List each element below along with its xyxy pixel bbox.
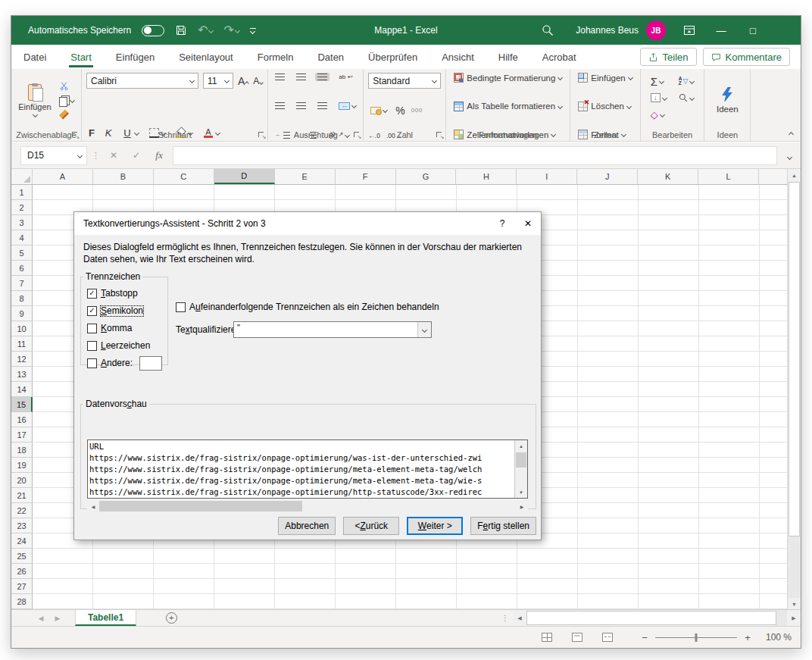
- ideas-button[interactable]: Ideen: [709, 73, 745, 127]
- row-header[interactable]: 8: [11, 291, 33, 306]
- add-sheet-button[interactable]: +: [158, 610, 185, 626]
- comments-button[interactable]: Kommentare: [703, 48, 790, 66]
- scroll-up-icon[interactable]: ▲: [515, 440, 527, 452]
- data-preview-box[interactable]: URL https://www.sistrix.de/frag-sistrix/…: [87, 439, 528, 499]
- dialog-launcher-icon[interactable]: [72, 132, 79, 139]
- dialog-launcher-icon[interactable]: [436, 132, 443, 139]
- horizontal-scrollbar-thumb[interactable]: [526, 611, 776, 625]
- column-header[interactable]: J: [577, 169, 638, 184]
- scroll-down-icon[interactable]: ▼: [515, 486, 527, 498]
- align-right-button[interactable]: [315, 102, 329, 110]
- next-button[interactable]: Weiter >: [407, 517, 463, 535]
- redo-button[interactable]: ↷: [223, 24, 239, 36]
- row-header[interactable]: 16: [11, 412, 33, 427]
- column-header-selected[interactable]: D: [214, 169, 275, 184]
- autosum-button[interactable]: Σ: [648, 75, 669, 88]
- search-button[interactable]: [532, 16, 564, 45]
- tab-daten[interactable]: Daten: [305, 45, 356, 69]
- zoom-level[interactable]: 100 %: [766, 632, 792, 643]
- column-header[interactable]: H: [456, 169, 517, 184]
- checkbox-komma[interactable]: ✓ Komma: [87, 321, 167, 335]
- row-header[interactable]: 4: [11, 230, 33, 246]
- column-header[interactable]: F: [336, 169, 396, 184]
- number-format-combo[interactable]: Standard: [368, 73, 441, 89]
- sheet-nav-left-icon[interactable]: ◀: [33, 610, 49, 626]
- row-header[interactable]: 21: [11, 488, 33, 503]
- horizontal-scrollbar[interactable]: ⋮ ◀ ▶: [498, 610, 801, 626]
- row-header[interactable]: 1: [11, 185, 33, 200]
- row-header[interactable]: 27: [11, 579, 33, 594]
- tab-ansicht[interactable]: Ansicht: [429, 45, 486, 69]
- dialog-launcher-icon[interactable]: [258, 132, 265, 139]
- merge-center-button[interactable]: ↔: [336, 102, 358, 111]
- row-header[interactable]: 3: [11, 215, 33, 230]
- align-top-button[interactable]: [273, 73, 287, 81]
- share-button[interactable]: Teilen: [640, 48, 697, 66]
- scroll-right-icon[interactable]: ▶: [787, 610, 801, 626]
- collapse-ribbon-icon[interactable]: [789, 132, 794, 137]
- tab-ueberpruefen[interactable]: Überprüfen: [356, 45, 429, 69]
- save-button[interactable]: [175, 24, 187, 36]
- row-header[interactable]: 10: [11, 321, 33, 336]
- dialog-launcher-icon[interactable]: [354, 132, 361, 139]
- align-left-button[interactable]: [273, 102, 287, 110]
- select-all-corner[interactable]: [11, 169, 33, 184]
- page-layout-view-icon[interactable]: [572, 633, 582, 642]
- align-bottom-button[interactable]: [315, 73, 329, 81]
- undo-button[interactable]: ↶: [198, 24, 213, 36]
- page-break-view-icon[interactable]: [602, 633, 613, 642]
- column-header[interactable]: C: [154, 169, 214, 184]
- name-box[interactable]: D15: [20, 146, 87, 165]
- tab-einfuegen[interactable]: Einfügen: [104, 45, 167, 69]
- cut-button[interactable]: [57, 80, 77, 92]
- row-header[interactable]: 22: [11, 503, 33, 518]
- tab-seitenlayout[interactable]: Seitenlayout: [167, 45, 245, 69]
- sheet-tab-tabelle1[interactable]: Tabelle1: [75, 610, 136, 626]
- row-header[interactable]: 23: [11, 518, 33, 533]
- user-name[interactable]: Johannes Beus: [576, 25, 639, 36]
- column-header[interactable]: K: [638, 169, 698, 184]
- row-header[interactable]: 26: [11, 564, 33, 579]
- grow-font-button[interactable]: A: [238, 75, 248, 87]
- text-qualifier-combo[interactable]: ": [233, 321, 432, 338]
- preview-hscroll-thumb[interactable]: [99, 501, 302, 511]
- vertical-scrollbar-thumb[interactable]: [789, 182, 800, 536]
- column-header[interactable]: A: [33, 169, 93, 184]
- insert-function-button[interactable]: fx: [150, 149, 168, 161]
- tab-acrobat[interactable]: Acrobat: [530, 45, 589, 69]
- vertical-scrollbar[interactable]: ▲ ▼: [787, 169, 801, 611]
- zoom-in-button[interactable]: +: [743, 632, 752, 643]
- normal-view-icon[interactable]: [542, 633, 552, 642]
- scroll-left-icon[interactable]: ◀: [513, 610, 526, 626]
- fill-button[interactable]: ↓: [648, 92, 669, 103]
- enter-entry-button[interactable]: ✓: [127, 150, 145, 161]
- ribbon-display-options-button[interactable]: [673, 16, 705, 45]
- column-header[interactable]: I: [517, 169, 577, 184]
- back-button[interactable]: < Zurück: [343, 517, 399, 535]
- scroll-up-icon[interactable]: ▲: [788, 169, 801, 182]
- checkbox-semikolon[interactable]: ✓ Semikolon: [87, 304, 167, 317]
- row-header[interactable]: 19: [11, 458, 33, 473]
- tab-start[interactable]: Start: [58, 45, 103, 69]
- dialog-help-button[interactable]: ?: [489, 212, 515, 235]
- find-select-button[interactable]: [676, 92, 697, 103]
- align-center-button[interactable]: [294, 102, 308, 110]
- checkbox-andere[interactable]: ✓ Andere:: [87, 356, 167, 370]
- row-header[interactable]: 25: [11, 549, 33, 564]
- checkbox-tabstopp[interactable]: ✓ Tabstopp: [87, 286, 167, 300]
- finish-button[interactable]: Fertig stellen: [470, 517, 536, 535]
- shrink-font-button[interactable]: A: [253, 76, 263, 86]
- column-header[interactable]: E: [275, 169, 336, 184]
- row-header[interactable]: 9: [11, 306, 33, 321]
- delete-cells-button[interactable]: Löschen: [578, 102, 632, 111]
- sheet-nav-right-icon[interactable]: ▶: [49, 610, 66, 626]
- preview-vertical-scrollbar[interactable]: ▲ ▼: [514, 440, 527, 498]
- cancel-button[interactable]: Abbrechen: [278, 517, 336, 535]
- font-size-combo[interactable]: 11: [203, 73, 233, 89]
- combo-dropdown-button[interactable]: [417, 322, 431, 337]
- row-header[interactable]: 18: [11, 443, 33, 458]
- comma-style-button[interactable]: 000: [411, 107, 423, 114]
- row-header-selected[interactable]: 15: [11, 397, 33, 412]
- customize-quick-access-button[interactable]: [250, 28, 256, 33]
- tab-splitter-icon[interactable]: ⋮: [498, 610, 513, 626]
